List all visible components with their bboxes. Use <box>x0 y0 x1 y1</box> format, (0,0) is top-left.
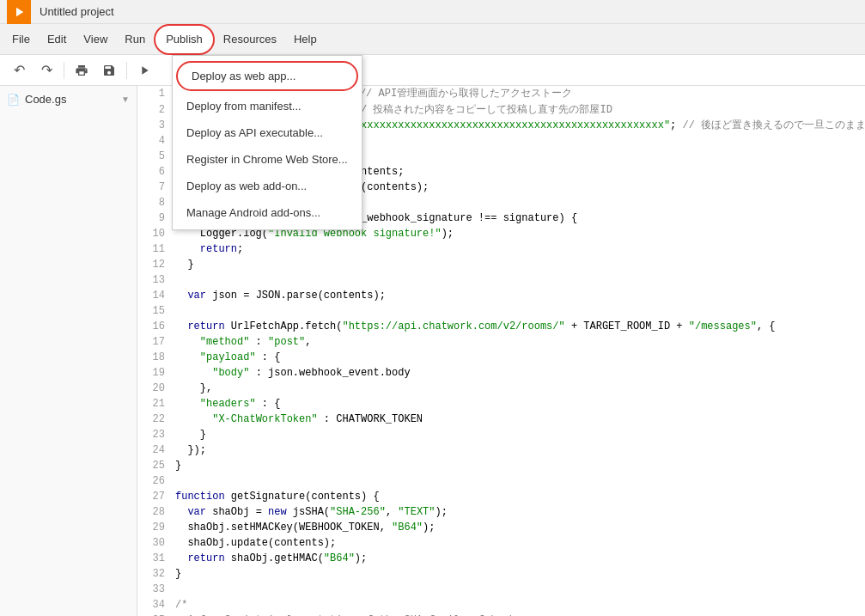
code-line-27: 27 function getSignature(contents) { <box>137 489 865 504</box>
toolbar-separator-1 <box>64 62 64 79</box>
menu-help[interactable]: Help <box>285 24 326 55</box>
toolbar-separator-2 <box>126 62 127 79</box>
code-line-17: 17 "method" : "post", <box>137 334 865 350</box>
project-title: Untitled project <box>40 5 114 18</box>
code-line-18: 18 "payload" : { <box>137 350 865 365</box>
code-line-32: 32 } <box>137 566 865 582</box>
publish-dropdown: Deploy as web app... Deploy from manifes… <box>172 55 362 230</box>
dropdown-manage-android[interactable]: Manage Android add-ons... <box>173 199 362 226</box>
menu-view[interactable]: View <box>75 24 116 55</box>
code-line-15: 15 <box>137 303 865 319</box>
main-area: 📄 Code.gs ▼ 1 *var CHATWORK_TOKEN = "xxx… <box>0 86 865 616</box>
menubar: File Edit View Run Publish Resources Hel… <box>0 24 865 55</box>
file-icon: 📄 <box>7 94 20 106</box>
undo-button[interactable]: ↶ <box>7 58 31 82</box>
dropdown-deploy-api[interactable]: Deploy as API executable... <box>173 119 362 146</box>
dropdown-deploy-addon[interactable]: Deploy as web add-on... <box>173 173 362 199</box>
code-line-19: 19 "body" : json.webhook_event.body <box>137 365 865 381</box>
code-line-26: 26 <box>137 473 865 489</box>
file-arrow: ▼ <box>121 95 130 104</box>
run-button[interactable] <box>132 58 156 82</box>
menu-run[interactable]: Run <box>116 24 154 55</box>
sidebar-file-code-gs[interactable]: 📄 Code.gs ▼ <box>0 89 137 109</box>
code-line-11: 11 return; <box>137 241 865 257</box>
redo-button[interactable]: ↷ <box>34 58 58 82</box>
code-line-28: 28 var shaObj = new jsSHA("SHA-256", "TE… <box>137 504 865 520</box>
code-line-30: 30 shaObj.update(contents); <box>137 535 865 551</box>
code-line-12: 12 } <box>137 257 865 272</box>
titlebar: Untitled project <box>0 0 865 24</box>
dropdown-deploy-manifest[interactable]: Deploy from manifest... <box>173 93 362 119</box>
dropdown-deploy-web-app[interactable]: Deploy as web app... <box>176 61 358 91</box>
app-logo <box>7 0 31 24</box>
print-button[interactable] <box>70 58 94 82</box>
menu-resources[interactable]: Resources <box>215 24 285 55</box>
dropdown-register-chrome[interactable]: Register in Chrome Web Store... <box>173 146 362 173</box>
menu-edit[interactable]: Edit <box>39 24 75 55</box>
code-line-21: 21 "headers" : { <box>137 396 865 412</box>
code-line-14: 14 var json = JSON.parse(contents); <box>137 288 865 303</box>
code-line-25: 25 } <box>137 458 865 473</box>
menu-file[interactable]: File <box>3 24 39 55</box>
code-line-29: 29 shaObj.setHMACKey(WEBHOOK_TOKEN, "B64… <box>137 520 865 535</box>
file-name: Code.gs <box>25 93 66 106</box>
save-button[interactable] <box>97 58 121 82</box>
code-line-20: 20 }, <box>137 381 865 396</box>
code-line-34: 34 /* <box>137 597 865 613</box>
code-line-35: 35 A JavaScript implementation of the SH… <box>137 613 865 616</box>
code-line-31: 31 return shaObj.getHMAC("B64"); <box>137 551 865 566</box>
toolbar: ↶ ↷ <box>0 55 865 86</box>
code-line-13: 13 <box>137 272 865 288</box>
code-line-23: 23 } <box>137 427 865 442</box>
code-line-24: 24 }); <box>137 442 865 458</box>
sidebar: 📄 Code.gs ▼ <box>0 86 137 616</box>
code-line-22: 22 "X-ChatWorkToken" : CHATWORK_TOKEN <box>137 412 865 427</box>
menu-publish[interactable]: Publish <box>154 24 215 55</box>
code-line-16: 16 return UrlFetchApp.fetch("https://api… <box>137 319 865 334</box>
code-line-33: 33 <box>137 582 865 597</box>
